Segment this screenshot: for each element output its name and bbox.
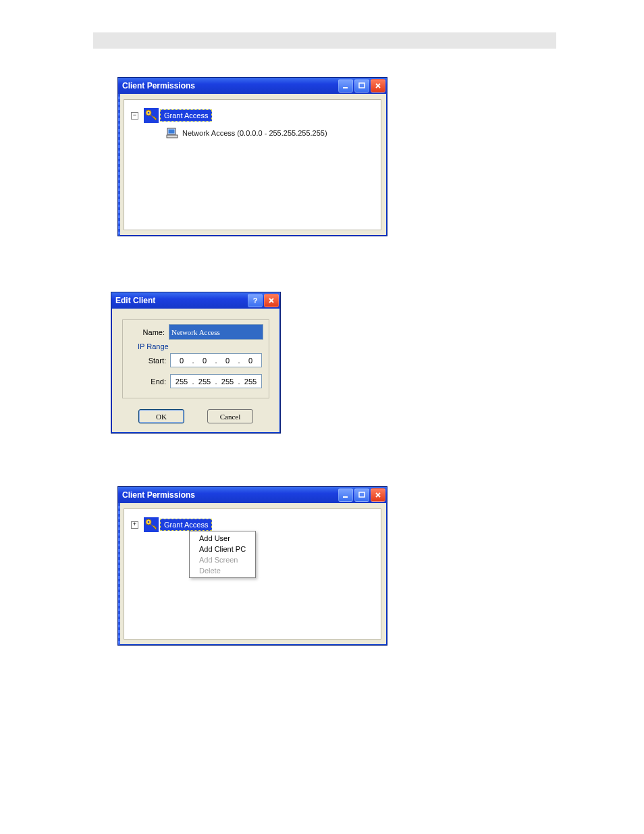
ok-button[interactable]: OK xyxy=(138,409,184,423)
svg-rect-8 xyxy=(359,492,365,497)
ip-octet[interactable]: 255 xyxy=(218,377,237,386)
close-icon xyxy=(375,492,381,498)
svg-rect-5 xyxy=(169,130,175,134)
help-icon: ? xyxy=(253,296,258,305)
dialog-body: Name: IP Range Start: 0. 0. 0. 0 End: xyxy=(111,309,280,430)
name-input[interactable] xyxy=(169,324,263,340)
end-ip-input[interactable]: 255. 255. 255. 255 xyxy=(170,374,262,388)
ip-octet[interactable]: 0 xyxy=(218,357,237,365)
client-permissions-window-2: Client Permissions + Grant Access xyxy=(117,486,387,646)
menu-item-delete: Delete xyxy=(190,565,255,576)
menu-item-add-user[interactable]: Add User xyxy=(190,533,255,544)
dialog-title: Edit Client xyxy=(115,296,155,305)
ip-octet[interactable]: 255 xyxy=(172,377,191,386)
ip-octet[interactable]: 255 xyxy=(195,377,214,386)
titlebar-buttons: ? xyxy=(248,294,279,307)
context-menu[interactable]: Add User Add Client PC Add Screen Delete xyxy=(189,531,256,578)
svg-point-10 xyxy=(148,521,150,523)
minimize-button[interactable] xyxy=(338,79,353,93)
start-label: Start: xyxy=(128,357,166,365)
key-icon xyxy=(144,517,159,532)
maximize-button[interactable] xyxy=(354,79,369,93)
menu-item-add-screen: Add Screen xyxy=(190,554,255,565)
ip-octet[interactable]: 255 xyxy=(241,377,260,386)
minimize-icon xyxy=(342,82,349,89)
tree-child-label[interactable]: Network Access (0.0.0.0 - 255.255.255.25… xyxy=(182,129,327,137)
window-title: Client Permissions xyxy=(122,490,195,500)
svg-rect-6 xyxy=(167,135,178,138)
end-label: End: xyxy=(128,377,166,386)
close-button[interactable] xyxy=(371,79,385,93)
tree-root-label[interactable]: Grant Access xyxy=(160,519,212,531)
minimize-icon xyxy=(342,492,349,498)
close-icon xyxy=(375,82,381,89)
start-ip-input[interactable]: 0. 0. 0. 0 xyxy=(170,353,262,367)
ip-octet[interactable]: 0 xyxy=(172,357,191,365)
tree-toggle[interactable]: − xyxy=(131,112,138,120)
tree-view[interactable]: − Grant Access Network Access (0.0.0.0 -… xyxy=(124,99,381,230)
titlebar[interactable]: Client Permissions xyxy=(118,78,387,94)
tree-root-label[interactable]: Grant Access xyxy=(160,109,212,122)
name-row: Name: xyxy=(128,324,263,340)
key-icon xyxy=(144,108,159,123)
tree-root-row[interactable]: − Grant Access xyxy=(131,108,374,123)
minimize-button[interactable] xyxy=(338,488,353,502)
titlebar[interactable]: Client Permissions xyxy=(118,487,387,503)
end-row: End: 255. 255. 255. 255 xyxy=(128,374,263,388)
tree-child-row[interactable]: Network Access (0.0.0.0 - 255.255.255.25… xyxy=(166,127,374,139)
maximize-button[interactable] xyxy=(354,488,369,502)
maximize-icon xyxy=(358,82,365,89)
maximize-icon xyxy=(358,492,365,498)
ip-octet[interactable]: 0 xyxy=(241,357,260,365)
close-button[interactable] xyxy=(371,488,385,502)
ip-octet[interactable]: 0 xyxy=(195,357,214,365)
help-button[interactable]: ? xyxy=(248,294,263,307)
menu-item-add-client-pc[interactable]: Add Client PC xyxy=(190,544,255,554)
client-permissions-window-1: Client Permissions − Grant Access xyxy=(117,77,387,236)
titlebar-buttons xyxy=(338,488,385,502)
svg-point-3 xyxy=(148,112,150,114)
titlebar-buttons xyxy=(338,79,385,93)
ip-range-label: IP Range xyxy=(138,342,263,350)
window-left-accent xyxy=(118,503,120,645)
svg-rect-0 xyxy=(343,87,348,88)
close-icon xyxy=(268,297,275,304)
tree-toggle[interactable]: + xyxy=(131,521,138,529)
window-title: Client Permissions xyxy=(122,81,195,90)
cancel-button[interactable]: Cancel xyxy=(207,409,253,423)
dialog-button-row: OK Cancel xyxy=(121,409,271,423)
tree-view[interactable]: + Grant Access Add User Add Client PC Ad… xyxy=(124,509,381,640)
name-label: Name: xyxy=(128,328,165,336)
computer-icon xyxy=(166,127,178,139)
svg-rect-1 xyxy=(359,83,365,88)
tree-root-row[interactable]: + Grant Access xyxy=(131,517,374,532)
close-button[interactable] xyxy=(264,294,279,307)
svg-rect-7 xyxy=(343,496,348,498)
titlebar[interactable]: Edit Client ? xyxy=(111,292,280,309)
edit-client-dialog: Edit Client ? Name: IP Range Start: xyxy=(111,292,281,434)
form-fieldset: Name: IP Range Start: 0. 0. 0. 0 End: xyxy=(122,319,269,398)
start-row: Start: 0. 0. 0. 0 xyxy=(128,353,263,367)
page-header-band xyxy=(93,32,556,49)
window-left-accent xyxy=(118,94,120,236)
